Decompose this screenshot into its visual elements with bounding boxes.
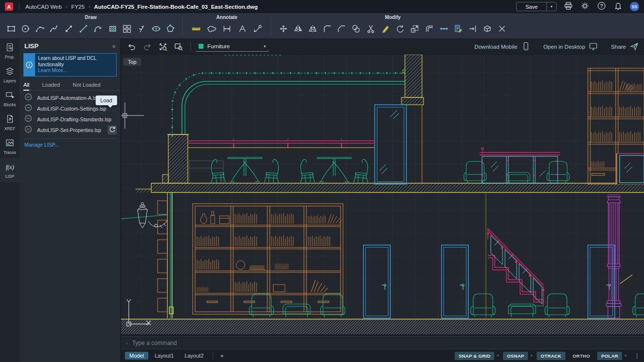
layer-selector[interactable]: Furniture ▾ xyxy=(196,42,269,52)
toggle-osnap[interactable]: OSNAP xyxy=(503,352,528,360)
help-button[interactable]: ? xyxy=(597,2,606,12)
share-button[interactable]: Share xyxy=(611,41,639,52)
sidebar-item-blocks[interactable]: Blocks xyxy=(0,87,20,111)
command-input[interactable] xyxy=(132,340,639,346)
view-cube-badge[interactable]: Top xyxy=(123,58,141,66)
settings-button[interactable] xyxy=(580,2,590,12)
autocad-web-app: A AutoCAD Web›FY25›AutoCAD-FY25_Fire-Sta… xyxy=(0,0,644,362)
manage-lisp-link[interactable]: Manage LISP... xyxy=(23,138,117,151)
tool-polygon[interactable] xyxy=(164,23,177,36)
tool-explode[interactable] xyxy=(481,23,494,36)
tool-ellipse[interactable] xyxy=(150,23,162,36)
layer-selector-value: Furniture xyxy=(207,43,260,49)
tool-chamfer[interactable] xyxy=(335,23,348,36)
tool-block[interactable] xyxy=(121,23,133,36)
sidebar-item-lisp[interactable]: f(x)LISP xyxy=(0,158,20,182)
lisp-file-row[interactable]: AutoLISP-Drafting-Standards.lsp xyxy=(20,114,121,125)
tool-flip[interactable] xyxy=(306,23,319,36)
undo-button[interactable] xyxy=(126,41,138,53)
tool-move[interactable] xyxy=(277,23,290,36)
tool-match-properties[interactable] xyxy=(452,23,464,36)
lisp-file-row[interactable]: AutoLISP-Set-Properties.lsp xyxy=(20,125,121,135)
autocad-logo[interactable]: A xyxy=(5,2,13,11)
tool-dimension[interactable] xyxy=(221,23,233,36)
open-in-desktop-button[interactable]: Open in Desktop xyxy=(543,41,599,52)
save-dropdown-button[interactable]: ▾ xyxy=(546,2,556,11)
tool-line[interactable] xyxy=(77,23,90,36)
tool-scale[interactable] xyxy=(408,23,421,36)
lisp-tab-loaded[interactable]: Loaded xyxy=(42,80,60,90)
tool-polyline[interactable] xyxy=(92,23,104,36)
learn-more-link[interactable]: Learn More... xyxy=(38,68,67,73)
circle-icon xyxy=(20,24,30,34)
tab-model[interactable]: Model xyxy=(125,352,148,360)
tool-extend[interactable] xyxy=(466,23,479,36)
minus-circle-icon xyxy=(23,103,33,113)
drawing-viewport[interactable]: Top xyxy=(121,55,644,336)
extend-icon xyxy=(468,24,478,34)
chevron-up-icon[interactable]: ^ xyxy=(497,354,499,358)
save-button[interactable]: Save xyxy=(517,2,546,11)
download-mobile-button[interactable]: Download Mobile xyxy=(474,41,530,52)
chevron-up-icon[interactable]: ^ xyxy=(530,354,532,358)
collapse-panel-icon[interactable]: « xyxy=(112,43,116,50)
tool-mirror[interactable] xyxy=(292,23,304,36)
tool-break[interactable] xyxy=(496,23,508,36)
toggle-polar[interactable]: POLAR xyxy=(597,352,622,360)
tab-layout2[interactable]: Layout2 xyxy=(180,352,208,360)
tool-text[interactable] xyxy=(236,23,249,36)
fillet-icon xyxy=(322,24,332,34)
sidebar-item-traces[interactable]: Traces xyxy=(0,134,20,158)
lisp-tab-all[interactable]: All xyxy=(23,80,29,90)
tool-fillet[interactable] xyxy=(321,23,334,36)
tool-circle[interactable] xyxy=(19,23,32,36)
save-split-button: Save ▾ xyxy=(516,2,557,11)
tool-hatch[interactable] xyxy=(106,23,119,36)
load-lisp-button[interactable] xyxy=(108,126,117,134)
divider xyxy=(213,352,213,359)
sidebar-item-xref[interactable]: XREF xyxy=(0,111,20,134)
sidebar-item-layers[interactable]: Layers xyxy=(0,63,20,87)
sidebar-item-prop[interactable]: Prop. xyxy=(0,39,20,63)
toggle-otrack[interactable]: OTRACK xyxy=(537,352,565,360)
chevron-up-icon[interactable]: ^ xyxy=(624,354,626,358)
tool-trim[interactable] xyxy=(364,23,377,36)
notifications-icon xyxy=(613,1,623,11)
tool-rotate[interactable] xyxy=(394,23,406,36)
zoom-extents-button[interactable] xyxy=(157,41,169,53)
toggle-ortho[interactable]: ORTHO xyxy=(569,352,594,360)
add-layout-button[interactable]: + xyxy=(216,352,228,360)
info-icon xyxy=(24,54,35,76)
print-button[interactable] xyxy=(564,2,573,12)
tool-arc[interactable] xyxy=(34,23,46,36)
notifications-button[interactable] xyxy=(613,2,623,12)
ribbon-group-modify: Modify xyxy=(272,13,513,38)
tool-rectangle[interactable] xyxy=(5,23,18,36)
zoom-window-button[interactable] xyxy=(173,41,184,53)
tool-erase[interactable] xyxy=(379,23,392,36)
redo-button[interactable] xyxy=(141,41,153,53)
tab-layout1[interactable]: Layout1 xyxy=(150,352,178,360)
tool-spline[interactable] xyxy=(48,23,61,36)
spline-icon xyxy=(50,24,60,34)
breadcrumb-file[interactable]: AutoCAD-FY25_Fire-Station-Book-Cafe_03_E… xyxy=(94,4,258,10)
tool-copy[interactable] xyxy=(350,23,362,36)
sidebar-item-label: Blocks xyxy=(3,102,16,107)
svg-text:f(x): f(x) xyxy=(6,164,14,171)
tool-stretch[interactable] xyxy=(438,23,450,36)
toggle-snap-grid[interactable]: SNAP & GRID xyxy=(455,352,494,360)
tool-multileader-draw[interactable] xyxy=(135,23,148,36)
status-overflow-menu[interactable]: ⋮ xyxy=(634,352,640,360)
tool-xline[interactable] xyxy=(62,23,75,36)
avatar[interactable]: SS xyxy=(630,2,639,11)
ribbon-group-label: Draw xyxy=(0,15,181,20)
tool-leader[interactable] xyxy=(251,23,264,36)
divider xyxy=(182,16,183,36)
breadcrumb-item[interactable]: AutoCAD Web xyxy=(25,4,62,10)
tool-ruler[interactable] xyxy=(190,23,202,36)
breadcrumb-item[interactable]: FY25 xyxy=(71,4,85,10)
tool-offset[interactable] xyxy=(423,23,436,36)
tool-revision-cloud[interactable] xyxy=(205,23,218,36)
lisp-tab-not-loaded[interactable]: Not Loaded xyxy=(73,80,101,90)
divider xyxy=(271,16,271,36)
